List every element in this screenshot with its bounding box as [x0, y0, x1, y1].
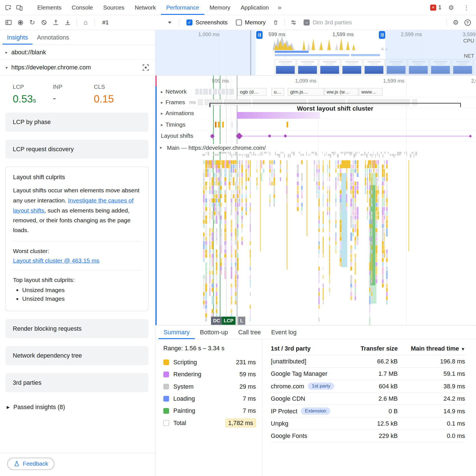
- overview-left-handle[interactable]: [256, 31, 263, 39]
- table-row[interactable]: Google CDN 2.6 MB 24.2 ms: [271, 393, 465, 405]
- network-request-chip[interactable]: ww.js (w…: [324, 88, 358, 95]
- insight-card-lcp-request-discovery[interactable]: LCP request discovery: [6, 140, 149, 159]
- track-network[interactable]: ▸Network ogb (d… u… gtm.js… ww.js (w… ww…: [155, 87, 476, 97]
- tab-insights[interactable]: Insights: [3, 30, 32, 45]
- marker-dcl[interactable]: DC: [211, 317, 222, 325]
- tab-call-tree[interactable]: Call tree: [233, 325, 266, 339]
- insight-card-layout-shift-culprits[interactable]: Layout shift culprits Layout shifts occu…: [6, 167, 149, 311]
- track-layout-shifts[interactable]: Layout shifts: [155, 130, 476, 142]
- tab-summary[interactable]: Summary: [158, 325, 195, 339]
- insight-card-lcp-by-phase[interactable]: LCP by phase: [6, 113, 149, 132]
- filmstrip-thumbnail[interactable]: [341, 59, 363, 74]
- tab-elements[interactable]: Elements: [32, 0, 67, 15]
- deco-bar: [203, 177, 204, 181]
- tab-event-log[interactable]: Event log: [266, 325, 302, 339]
- tab-performance[interactable]: Performance: [161, 0, 204, 15]
- network-request-chip[interactable]: gtm.js…: [288, 88, 324, 95]
- metric-inp[interactable]: INP -: [53, 83, 94, 104]
- layout-shift-diamond[interactable]: [469, 134, 472, 137]
- dim-3rd-parties-checkbox[interactable]: – Dim 3rd parties: [304, 19, 352, 26]
- capture-settings-gear-icon[interactable]: ⚙: [451, 18, 461, 27]
- tab-network[interactable]: Network: [130, 0, 161, 15]
- track-timings[interactable]: ▸Timings: [155, 119, 476, 130]
- passed-insights-toggle[interactable]: ▶ Passed insights (8): [0, 400, 155, 411]
- filmstrip-thumbnail[interactable]: [363, 59, 385, 74]
- insight-card-render-blocking[interactable]: Render blocking requests: [6, 319, 149, 338]
- col-header-main-thread-time[interactable]: Main thread time▼: [398, 345, 465, 352]
- expand-icon[interactable]: ▸: [161, 89, 163, 94]
- expand-icon[interactable]: ▸: [161, 111, 163, 116]
- collapse-icon[interactable]: ▾: [160, 145, 162, 150]
- download-profile-icon[interactable]: [63, 18, 73, 27]
- table-row[interactable]: Google Tag Manager 1.7 MB 59.1 ms: [271, 368, 465, 380]
- metric-cls[interactable]: CLS 0.15: [94, 83, 114, 104]
- tab-memory[interactable]: Memory: [204, 0, 235, 15]
- network-request-chip[interactable]: ogb (d…: [237, 88, 267, 95]
- throttling-icon[interactable]: [289, 18, 298, 27]
- tab-console[interactable]: Console: [67, 0, 98, 15]
- table-row[interactable]: IP ProtectExtension 0 B 14.9 ms: [271, 405, 465, 417]
- nav-item-developer-chrome[interactable]: ▾ https://developer.chrome.com: [0, 60, 155, 76]
- feedback-button[interactable]: Feedback: [7, 458, 55, 470]
- marker-lcp[interactable]: LCP: [221, 317, 235, 325]
- table-row[interactable]: chrome.com1st party 604 kB 38.9 ms: [271, 380, 465, 392]
- filmstrip-thumbnail[interactable]: [275, 59, 296, 74]
- table-row[interactable]: Google Fonts 229 kB 0.0 ms: [271, 430, 465, 442]
- more-tabs-icon[interactable]: »: [274, 3, 285, 11]
- network-request-chip[interactable]: u…: [271, 88, 284, 95]
- device-toolbar-icon[interactable]: [14, 2, 25, 13]
- worst-cluster-link[interactable]: Layout shift cluster @ 463.15 ms: [13, 257, 99, 264]
- expand-icon[interactable]: ▸: [161, 122, 163, 127]
- inspect-element-icon[interactable]: [3, 2, 14, 13]
- tab-application[interactable]: Application: [235, 0, 274, 15]
- layout-shift-diamond[interactable]: [210, 134, 215, 138]
- deco-bar: [371, 190, 372, 194]
- nav-item-about-blank[interactable]: ▸ about://blank: [0, 45, 155, 60]
- kebab-menu-icon[interactable]: ⋮: [461, 2, 472, 13]
- reload-record-icon[interactable]: ↻: [27, 18, 37, 27]
- insight-card-network-dependency-tree[interactable]: Network dependency tree: [6, 346, 149, 365]
- main-thread-flamechart[interactable]: [155, 152, 476, 325]
- layout-shift-diamond[interactable]: [268, 134, 271, 138]
- filmstrip-thumbnail[interactable]: [319, 59, 340, 74]
- metric-lcp[interactable]: LCP 0.53s: [13, 83, 53, 104]
- home-icon[interactable]: ⌂: [81, 18, 90, 27]
- layout-shift-diamond[interactable]: [284, 134, 287, 138]
- network-request-chip[interactable]: www…: [359, 88, 383, 95]
- clear-icon[interactable]: [39, 18, 49, 27]
- tab-sources[interactable]: Sources: [98, 0, 129, 15]
- toggle-sidebar-icon[interactable]: [4, 18, 13, 27]
- settings-gear-icon[interactable]: ⚙: [446, 2, 457, 13]
- timeline-overview[interactable]: 1,000 ms 599 ms 1,599 ms 2,599 ms 3,599 …: [155, 30, 476, 76]
- screenshots-checkbox[interactable]: ✓ Screenshots: [186, 19, 228, 26]
- upload-profile-icon[interactable]: [51, 18, 61, 27]
- filmstrip-thumbnail[interactable]: [297, 59, 318, 74]
- marker-load[interactable]: L: [238, 317, 245, 325]
- col-header-transfer-size[interactable]: Transfer size: [352, 345, 398, 352]
- tab-bottom-up[interactable]: Bottom-up: [195, 325, 233, 339]
- layout-shift-cluster-bar[interactable]: [237, 112, 320, 119]
- legend-label: System: [173, 383, 239, 390]
- deco-bar: [354, 245, 356, 249]
- col-header-party[interactable]: 1st / 3rd party: [271, 345, 352, 352]
- session-select[interactable]: #1: [99, 19, 175, 26]
- tab-annotations[interactable]: Annotations: [32, 30, 74, 45]
- overview-right-handle[interactable]: [379, 31, 385, 39]
- memory-checkbox[interactable]: Memory: [236, 19, 266, 26]
- deco-bar: [382, 177, 384, 181]
- insight-card-3rd-parties[interactable]: 3rd parties: [6, 373, 149, 392]
- field-capture-icon[interactable]: [142, 64, 150, 71]
- table-row[interactable]: [unattributed] 66.2 kB 196.8 ms: [271, 355, 465, 367]
- main-thread-header[interactable]: ▾ Main — https://developer.chrome.com/: [158, 144, 268, 152]
- error-badge[interactable]: ✕ 1: [430, 4, 441, 11]
- expand-icon[interactable]: ▸: [161, 100, 163, 105]
- garbage-collect-icon[interactable]: [271, 18, 281, 27]
- record-icon[interactable]: [15, 18, 25, 27]
- help-icon[interactable]: ?: [463, 18, 472, 27]
- deco-bar: [357, 190, 359, 194]
- table-row[interactable]: Unpkg 12.5 kB 0.1 ms: [271, 417, 465, 430]
- deco-bar: [335, 190, 336, 194]
- deco-bar: [378, 165, 379, 169]
- deco-bar: [212, 309, 214, 313]
- layout-shift-diamond[interactable]: [236, 132, 243, 139]
